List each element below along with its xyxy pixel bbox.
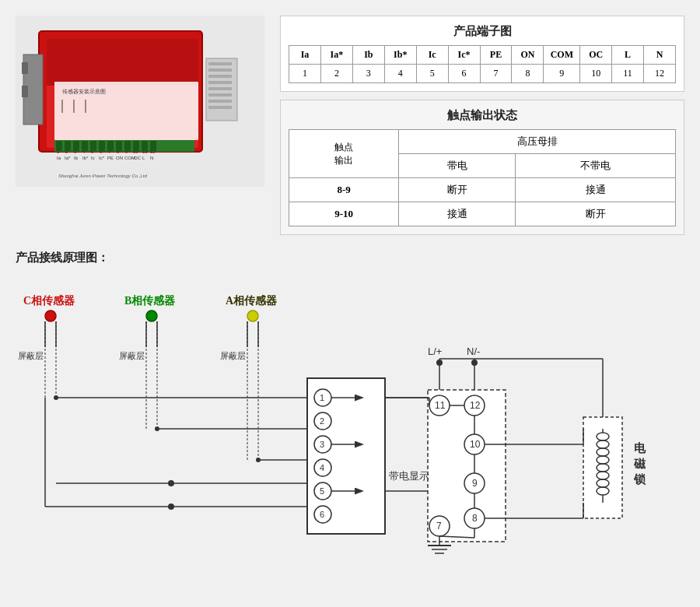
contact-output-title: 触点输出状态 (289, 108, 676, 123)
svg-text:Ic*: Ic* (99, 156, 105, 160)
svg-text:9: 9 (472, 478, 478, 489)
svg-point-63 (247, 311, 258, 321)
unpowered-header: 不带电 (516, 154, 676, 178)
svg-text:N: N (150, 156, 153, 160)
svg-text:传感器安装示意图: 传感器安装示意图 (62, 89, 106, 95)
svg-rect-15 (208, 106, 232, 109)
svg-text:磁: 磁 (633, 458, 646, 470)
terminal-value-cell: 2 (320, 65, 352, 83)
svg-text:屏蔽层: 屏蔽层 (18, 351, 44, 360)
terminal-value-cell: 6 (448, 65, 480, 83)
terminal-header-cell: PE (480, 46, 512, 65)
contact-unpowered-cell: 接通 (516, 178, 676, 202)
svg-text:5: 5 (320, 486, 324, 496)
terminal-value-row: 123456789101112 (289, 65, 676, 83)
svg-rect-10 (208, 75, 232, 78)
terminal-header-cell: Ib (352, 46, 384, 65)
svg-text:N/-: N/- (467, 346, 480, 357)
wiring-title: 产品接线原理图： (16, 251, 684, 265)
contact-powered-cell: 接通 (399, 202, 516, 226)
svg-text:Ib*: Ib* (82, 156, 89, 160)
terminal-header-row: IaIa*IbIb*IcIc*PEONCOMOCLN (289, 46, 676, 65)
svg-text:7: 7 (436, 521, 442, 532)
contact-table: 触点输出 高压母排 带电 不带电 8-9断开接通9-10接通断开 (289, 129, 676, 226)
terminal-diagram-title: 产品端子图 (289, 24, 676, 39)
svg-point-88 (54, 395, 58, 400)
terminal-header-cell: COM (544, 46, 580, 65)
contact-id-cell: 9-10 (289, 202, 399, 226)
terminal-header-cell: ON (512, 46, 544, 65)
svg-text:带电显示: 带电显示 (389, 470, 429, 482)
terminal-value-cell: 12 (644, 65, 676, 83)
terminal-value-cell: 10 (580, 65, 612, 83)
svg-text:屏蔽层: 屏蔽层 (119, 351, 145, 360)
svg-text:屏蔽层: 屏蔽层 (220, 351, 246, 360)
svg-rect-14 (208, 100, 232, 103)
wiring-diagram: C相传感器 B相传感器 A相传感器 屏蔽层 屏蔽层 (16, 269, 684, 596)
contact-data-row: 8-9断开接通 (289, 178, 676, 202)
terminal-header-cell: Ic* (448, 46, 480, 65)
terminal-value-cell: 3 (352, 65, 384, 83)
svg-point-61 (146, 311, 157, 321)
svg-text:Ib: Ib (74, 156, 79, 160)
svg-text:锁: 锁 (633, 473, 646, 486)
svg-text:Ia*: Ia* (65, 156, 71, 160)
svg-point-90 (256, 458, 261, 462)
product-image: 传感器安装示意图 Ia Ia* Ib (16, 16, 264, 187)
svg-rect-12 (208, 87, 232, 90)
terminal-value-cell: 11 (612, 65, 644, 83)
svg-text:6: 6 (320, 510, 324, 519)
terminal-value-cell: 7 (480, 65, 512, 83)
terminal-header-cell: L (612, 46, 644, 65)
contact-output-header: 触点输出 (289, 130, 399, 178)
svg-text:L/+: L/+ (428, 346, 442, 357)
terminal-diagram-section: 产品端子图 IaIa*IbIb*IcIc*PEONCOMOCLN 1234567… (280, 16, 684, 92)
svg-point-87 (168, 503, 174, 510)
svg-rect-11 (208, 81, 232, 84)
terminal-value-cell: 5 (416, 65, 448, 83)
svg-text:1: 1 (320, 393, 324, 402)
svg-rect-6 (22, 86, 28, 97)
bottom-section: 产品接线原理图： C相传感器 B相传感器 A相传感器 屏蔽层 (0, 243, 700, 604)
svg-text:OC: OC (134, 156, 142, 160)
svg-rect-8 (208, 62, 232, 65)
svg-rect-5 (22, 62, 28, 74)
terminal-header-cell: Ic (416, 46, 448, 65)
contact-header-row: 触点输出 高压母排 (289, 130, 676, 154)
svg-text:12: 12 (470, 400, 481, 411)
contact-unpowered-cell: 断开 (516, 202, 676, 226)
svg-text:3: 3 (320, 440, 324, 449)
terminal-value-cell: 1 (289, 65, 321, 83)
terminal-header-cell: Ia* (320, 46, 352, 65)
svg-text:11: 11 (435, 400, 446, 411)
svg-rect-9 (208, 68, 232, 72)
contact-output-section: 触点输出状态 触点输出 高压母排 带电 不带电 8-9断开接通9-10接通断开 (280, 100, 684, 235)
terminal-table: IaIa*IbIb*IcIc*PEONCOMOCLN 1234567891011… (289, 45, 676, 83)
svg-text:4: 4 (320, 463, 324, 472)
terminal-value-cell: 4 (384, 65, 416, 83)
terminal-header-cell: Ia (289, 46, 321, 65)
contact-table-body: 8-9断开接通9-10接通断开 (289, 178, 676, 226)
terminal-value-cell: 9 (544, 65, 580, 83)
terminal-header-cell: Ib* (384, 46, 416, 65)
right-panel: 产品端子图 IaIa*IbIb*IcIc*PEONCOMOCLN 1234567… (280, 16, 684, 235)
svg-text:11: 11 (142, 149, 148, 154)
svg-text:C相传感器: C相传感器 (23, 294, 75, 307)
svg-text:10: 10 (470, 439, 481, 450)
busbar-header: 高压母排 (399, 130, 676, 154)
contact-powered-cell: 断开 (399, 178, 516, 202)
contact-id-cell: 8-9 (289, 178, 399, 202)
svg-text:PE: PE (107, 156, 114, 160)
svg-text:8: 8 (472, 513, 478, 524)
svg-text:10: 10 (133, 149, 138, 154)
svg-point-59 (45, 311, 56, 321)
svg-text:A相传感器: A相传感器 (226, 294, 278, 307)
svg-text:Ia: Ia (57, 156, 61, 160)
svg-text:2: 2 (320, 416, 324, 426)
svg-text:ON: ON (116, 156, 123, 160)
svg-text:Shanghai Juren Power Technolog: Shanghai Juren Power Technology Co.,Ltd (58, 174, 148, 178)
svg-point-86 (168, 480, 174, 486)
terminal-header-cell: OC (580, 46, 612, 65)
svg-rect-3 (47, 39, 198, 86)
svg-text:12: 12 (150, 149, 156, 154)
